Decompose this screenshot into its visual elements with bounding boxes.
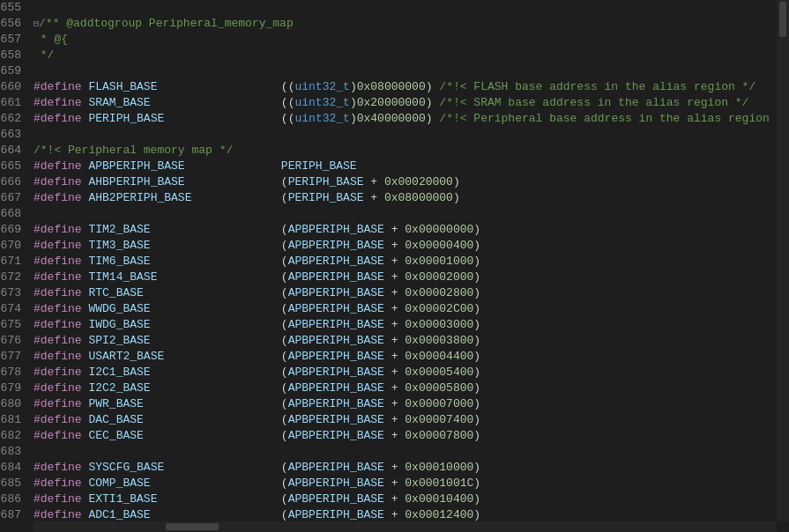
line-number: 662 <box>0 111 30 127</box>
table-row: 658 */ <box>0 48 789 63</box>
table-row: 667#define AHB2PERIPH_BASE (PERIPH_BASE … <box>0 190 789 206</box>
scrollbar-thumb-x[interactable] <box>166 523 219 530</box>
code-line: #define I2C1_BASE (APBPERIPH_BASE + 0x00… <box>30 365 789 381</box>
line-number: 666 <box>0 174 30 190</box>
table-row: 665#define APBPERIPH_BASE PERIPH_BASE <box>0 159 789 174</box>
line-number: 675 <box>0 317 30 333</box>
line-number: 684 <box>0 460 30 476</box>
line-number: 672 <box>0 270 30 285</box>
table-row: 685#define COMP_BASE (APBPERIPH_BASE + 0… <box>0 476 789 491</box>
code-line: #define FLASH_BASE ((uint32_t)0x08000000… <box>30 79 789 95</box>
line-number: 685 <box>0 476 30 491</box>
line-number: 677 <box>0 349 30 365</box>
code-line <box>30 444 789 460</box>
table-row: 657 * @{ <box>0 32 789 48</box>
table-row: 664/*!< Peripheral memory map */ <box>0 143 789 159</box>
line-number: 680 <box>0 396 30 412</box>
code-line: #define PERIPH_BASE ((uint32_t)0x4000000… <box>30 111 789 127</box>
table-row: 675#define IWDG_BASE (APBPERIPH_BASE + 0… <box>0 317 789 333</box>
code-line: #define CEC_BASE (APBPERIPH_BASE + 0x000… <box>30 428 789 444</box>
code-line: #define RTC_BASE (APBPERIPH_BASE + 0x000… <box>30 285 789 301</box>
code-line: ⊟/** @addtogroup Peripheral_memory_map <box>30 16 789 33</box>
code-line: #define TIM14_BASE (APBPERIPH_BASE + 0x0… <box>30 270 789 285</box>
line-number: 681 <box>0 412 30 428</box>
line-number: 667 <box>0 190 30 206</box>
line-number: 674 <box>0 301 30 317</box>
line-number: 682 <box>0 428 30 444</box>
line-number: 673 <box>0 285 30 301</box>
line-number: 668 <box>0 206 30 222</box>
line-number: 660 <box>0 79 30 95</box>
scrollbar-thumb-y[interactable] <box>779 2 786 37</box>
table-row: 661#define SRAM_BASE ((uint32_t)0x200000… <box>0 95 789 111</box>
table-row: 668 <box>0 206 789 222</box>
code-line <box>30 206 789 222</box>
table-row: 687#define ADC1_BASE (APBPERIPH_BASE + 0… <box>0 507 789 521</box>
line-number: 679 <box>0 381 30 396</box>
table-row: 676#define SPI2_BASE (APBPERIPH_BASE + 0… <box>0 333 789 349</box>
code-line: #define TIM2_BASE (APBPERIPH_BASE + 0x00… <box>30 222 789 238</box>
code-line: #define COMP_BASE (APBPERIPH_BASE + 0x00… <box>30 476 789 491</box>
table-row: 659 <box>0 63 789 79</box>
table-row: 673#define RTC_BASE (APBPERIPH_BASE + 0x… <box>0 285 789 301</box>
table-row: 672#define TIM14_BASE (APBPERIPH_BASE + … <box>0 270 789 285</box>
line-number: 671 <box>0 254 30 270</box>
table-row: 684#define SYSCFG_BASE (APBPERIPH_BASE +… <box>0 460 789 476</box>
code-line: #define WWDG_BASE (APBPERIPH_BASE + 0x00… <box>30 301 789 317</box>
code-line: #define ADC1_BASE (APBPERIPH_BASE + 0x00… <box>30 507 789 521</box>
code-line: #define USART2_BASE (APBPERIPH_BASE + 0x… <box>30 349 789 365</box>
table-row: 677#define USART2_BASE (APBPERIPH_BASE +… <box>0 349 789 365</box>
code-line <box>30 127 789 143</box>
code-line <box>30 63 789 79</box>
table-row: 655 <box>0 0 789 16</box>
code-line: * @{ <box>30 32 789 48</box>
code-line: #define SRAM_BASE ((uint32_t)0x20000000)… <box>30 95 789 111</box>
table-row: 662#define PERIPH_BASE ((uint32_t)0x4000… <box>0 111 789 127</box>
table-row: 670#define TIM3_BASE (APBPERIPH_BASE + 0… <box>0 238 789 254</box>
line-number: 676 <box>0 333 30 349</box>
line-number: 664 <box>0 143 30 159</box>
line-number: 678 <box>0 365 30 381</box>
line-number: 665 <box>0 159 30 174</box>
line-number: 656 <box>0 16 30 32</box>
table-row: 656⊟/** @addtogroup Peripheral_memory_ma… <box>0 16 789 32</box>
code-editor: 655 656⊟/** @addtogroup Peripheral_memor… <box>0 0 789 532</box>
table-row: 666#define AHBPERIPH_BASE (PERIPH_BASE +… <box>0 174 789 190</box>
table-row: 682#define CEC_BASE (APBPERIPH_BASE + 0x… <box>0 428 789 444</box>
code-line: #define IWDG_BASE (APBPERIPH_BASE + 0x00… <box>30 317 789 333</box>
code-line: */ <box>30 48 789 63</box>
line-number: 659 <box>0 63 30 79</box>
code-line: #define DAC_BASE (APBPERIPH_BASE + 0x000… <box>30 412 789 428</box>
code-line: #define SYSCFG_BASE (APBPERIPH_BASE + 0x… <box>30 460 789 476</box>
table-row: 660#define FLASH_BASE ((uint32_t)0x08000… <box>0 79 789 95</box>
code-line: #define PWR_BASE (APBPERIPH_BASE + 0x000… <box>30 396 789 412</box>
table-row: 671#define TIM6_BASE (APBPERIPH_BASE + 0… <box>0 254 789 270</box>
code-line: #define AHB2PERIPH_BASE (PERIPH_BASE + 0… <box>30 190 789 206</box>
line-number: 655 <box>0 0 30 16</box>
code-line: #define EXTI1_BASE (APBPERIPH_BASE + 0x0… <box>30 491 789 507</box>
table-row: 669#define TIM2_BASE (APBPERIPH_BASE + 0… <box>0 222 789 238</box>
code-line: #define APBPERIPH_BASE PERIPH_BASE <box>30 159 789 174</box>
line-number: 686 <box>0 491 30 507</box>
line-number: 661 <box>0 95 30 111</box>
table-row: 686#define EXTI1_BASE (APBPERIPH_BASE + … <box>0 491 789 507</box>
code-line: /*!< Peripheral memory map */ <box>30 143 789 159</box>
table-row: 683 <box>0 444 789 460</box>
code-line: #define I2C2_BASE (APBPERIPH_BASE + 0x00… <box>30 381 789 396</box>
table-row: 679#define I2C2_BASE (APBPERIPH_BASE + 0… <box>0 381 789 396</box>
code-line: #define AHBPERIPH_BASE (PERIPH_BASE + 0x… <box>30 174 789 190</box>
table-row: 681#define DAC_BASE (APBPERIPH_BASE + 0x… <box>0 412 789 428</box>
table-row: 680#define PWR_BASE (APBPERIPH_BASE + 0x… <box>0 396 789 412</box>
editor-container: 655 656⊟/** @addtogroup Peripheral_memor… <box>0 0 789 532</box>
code-line: #define TIM3_BASE (APBPERIPH_BASE + 0x00… <box>30 238 789 254</box>
line-number: 670 <box>0 238 30 254</box>
table-row: 678#define I2C1_BASE (APBPERIPH_BASE + 0… <box>0 365 789 381</box>
line-number: 687 <box>0 507 30 521</box>
line-number: 657 <box>0 32 30 48</box>
vertical-scrollbar[interactable] <box>777 0 789 521</box>
lines-container: 655 656⊟/** @addtogroup Peripheral_memor… <box>0 0 789 521</box>
horizontal-scrollbar[interactable] <box>33 521 777 532</box>
code-line: #define SPI2_BASE (APBPERIPH_BASE + 0x00… <box>30 333 789 349</box>
table-row: 663 <box>0 127 789 143</box>
code-line: #define TIM6_BASE (APBPERIPH_BASE + 0x00… <box>30 254 789 270</box>
